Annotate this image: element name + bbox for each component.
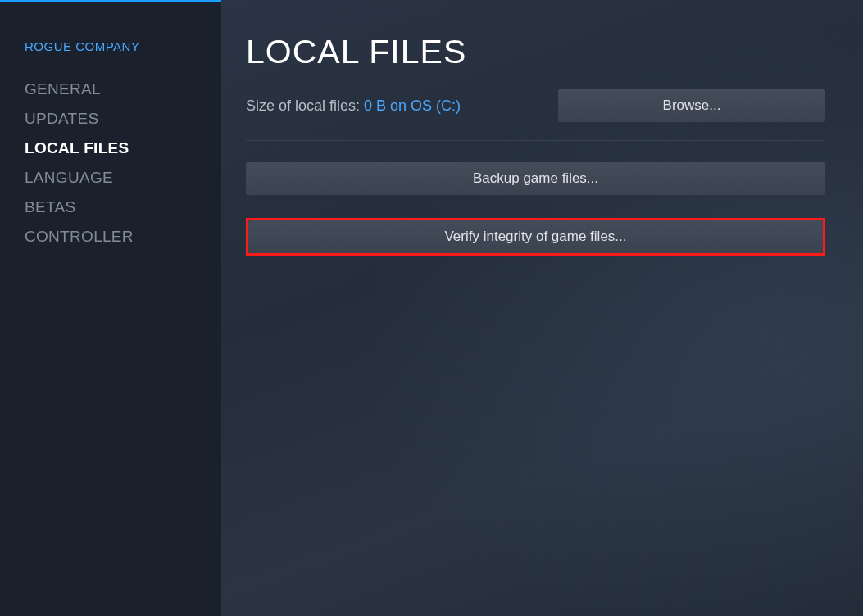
main-panel: LOCAL FILES Size of local files: 0 B on … [221, 0, 863, 616]
settings-sidebar: ROGUE COMPANY GENERAL UPDATES LOCAL FILE… [0, 0, 221, 616]
sidebar-item-language[interactable]: LANGUAGE [25, 163, 197, 192]
page-title: LOCAL FILES [246, 33, 825, 71]
size-label: Size of local files: [246, 97, 364, 114]
sidebar-item-controller[interactable]: CONTROLLER [25, 222, 197, 251]
sidebar-item-updates[interactable]: UPDATES [25, 104, 197, 134]
backup-game-files-button[interactable]: Backup game files... [246, 162, 825, 195]
game-title: ROGUE COMPANY [25, 39, 197, 53]
sidebar-item-general[interactable]: GENERAL [25, 75, 197, 104]
size-row: Size of local files: 0 B on OS (C:) Brow… [246, 89, 825, 122]
sidebar-item-betas[interactable]: BETAS [25, 192, 197, 222]
size-value: 0 B on OS (C:) [364, 97, 461, 114]
verify-integrity-button[interactable]: Verify integrity of game files... [248, 220, 823, 253]
verify-highlight: Verify integrity of game files... [246, 218, 825, 256]
divider [246, 140, 825, 141]
sidebar-item-local-files[interactable]: LOCAL FILES [25, 134, 197, 163]
browse-button[interactable]: Browse... [558, 89, 825, 122]
size-text: Size of local files: 0 B on OS (C:) [246, 97, 461, 115]
